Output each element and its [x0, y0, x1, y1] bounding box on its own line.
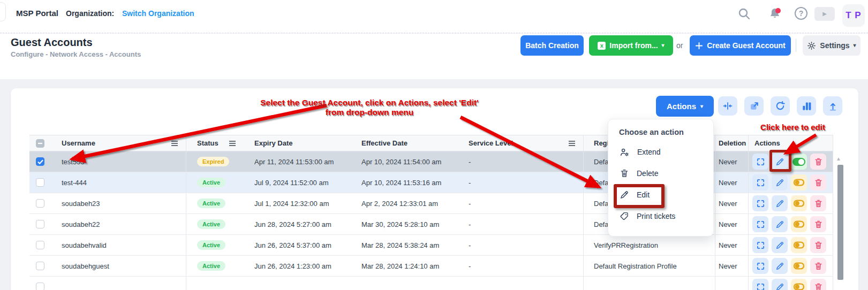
trash-icon — [814, 178, 823, 187]
delete-row-button[interactable] — [810, 195, 826, 211]
table-row[interactable] — [29, 277, 833, 290]
column-menu-icon[interactable] — [568, 140, 576, 147]
expand-row-button[interactable] — [752, 174, 768, 190]
open-external-button[interactable] — [744, 96, 764, 116]
breadcrumb: Configure - Network Access - Accounts — [11, 50, 141, 58]
search-icon[interactable] — [737, 7, 751, 21]
help-icon[interactable]: ? — [795, 7, 807, 20]
row-checkbox[interactable] — [36, 178, 44, 187]
page-title: Guest Accounts — [11, 36, 93, 49]
import-from-button[interactable]: x Import from... ▾ — [589, 35, 673, 56]
pencil-icon — [775, 262, 784, 271]
columns-button[interactable] — [797, 96, 816, 116]
col-deletion[interactable]: Deletion — [719, 139, 746, 147]
dropdown-item-edit[interactable]: Edit — [608, 184, 713, 205]
collapse-icon — [722, 101, 733, 111]
gear-icon — [807, 41, 816, 50]
caret-down-icon: ▾ — [700, 104, 703, 109]
notifications-bell-icon[interactable] — [768, 7, 782, 21]
toggle-row-button[interactable] — [791, 154, 807, 170]
select-all-checkbox[interactable] — [36, 139, 44, 148]
row-checkbox[interactable] — [36, 220, 44, 228]
toggle-row-button[interactable] — [791, 174, 807, 190]
row-checkbox[interactable] — [36, 283, 44, 290]
collapse-columns-button[interactable] — [718, 96, 737, 116]
user-avatar[interactable]: T P — [842, 4, 865, 27]
effective-date-cell: Apr 2, 2024 12:33:01 am — [356, 193, 463, 213]
item-icon — [620, 147, 630, 157]
col-username[interactable]: Username — [62, 139, 95, 147]
dropdown-item-extend[interactable]: Extend — [608, 141, 713, 163]
edit-row-button[interactable] — [772, 195, 788, 211]
deletion-cell: Never — [715, 193, 749, 213]
expand-row-button[interactable] — [752, 216, 768, 232]
or-text: or — [676, 35, 683, 56]
row-checkbox[interactable] — [36, 157, 44, 166]
toggle-amber-icon — [793, 199, 805, 208]
table-row[interactable]: soudabehguest Active Jun 26, 2024 1:23:0… — [29, 256, 833, 277]
item-icon — [620, 190, 629, 200]
row-checkbox[interactable] — [36, 262, 44, 270]
col-effective-date[interactable]: Effective Date — [361, 139, 407, 147]
expand-row-button[interactable] — [752, 195, 768, 211]
delete-row-button[interactable] — [810, 216, 826, 232]
dropdown-items: Extend Delete Edit Print tickets — [608, 141, 713, 227]
user-gear-icon — [620, 147, 630, 157]
column-menu-icon[interactable] — [229, 140, 236, 147]
toggle-row-button[interactable] — [791, 216, 807, 232]
edit-row-button[interactable] — [772, 154, 788, 170]
column-menu-icon[interactable] — [171, 140, 178, 147]
col-status[interactable]: Status — [197, 139, 218, 147]
service-level-cell: - — [463, 193, 584, 213]
dropdown-item-delete[interactable]: Delete — [608, 163, 713, 184]
indeterminate-mark — [37, 141, 43, 146]
expiry-date-cell: Jun 28, 2024 5:27:00 am — [244, 214, 356, 234]
row-actions-cell — [749, 151, 833, 172]
actions-dropdown-button[interactable]: Actions ▾ — [656, 96, 714, 117]
tag-icon — [620, 211, 629, 221]
delete-row-button[interactable] — [810, 154, 826, 170]
scrollbar-up-arrow[interactable]: ▲ — [836, 156, 841, 162]
status-badge: Expired — [197, 157, 229, 166]
expand-row-button[interactable] — [752, 258, 768, 274]
col-expiry-date[interactable]: Expiry Date — [254, 139, 293, 147]
settings-button[interactable]: Settings ▾ — [803, 35, 861, 56]
edit-row-button[interactable] — [772, 258, 788, 274]
scrollbar-thumb[interactable] — [837, 165, 843, 280]
delete-row-button[interactable] — [810, 258, 826, 274]
delete-row-button[interactable] — [810, 237, 826, 253]
delete-row-button[interactable] — [810, 279, 826, 290]
row-actions-cell — [749, 256, 833, 276]
edit-row-button[interactable] — [772, 174, 788, 190]
edit-row-button[interactable] — [772, 237, 788, 253]
row-checkbox[interactable] — [36, 199, 44, 208]
batch-creation-button[interactable]: Batch Creation — [520, 35, 584, 56]
switch-organization-link[interactable]: Switch Organization — [122, 9, 194, 18]
edit-row-button[interactable] — [772, 216, 788, 232]
export-button[interactable] — [823, 96, 842, 116]
delete-row-button[interactable] — [810, 174, 826, 190]
toggle-row-button[interactable] — [791, 237, 807, 253]
effective-date-cell: Apr 10, 2024 11:54:00 am — [356, 151, 463, 172]
video-tour-icon[interactable]: ▶ — [814, 7, 835, 21]
expand-row-button[interactable] — [752, 237, 768, 253]
expand-row-button[interactable] — [752, 154, 768, 170]
service-level-cell: - — [463, 151, 584, 172]
row-actions-cell — [749, 193, 833, 213]
create-guest-account-button[interactable]: Create Guest Account — [690, 35, 791, 56]
table-row[interactable]: soudabehvalid Active Jun 26, 2024 5:37:0… — [29, 235, 833, 256]
divider — [796, 39, 796, 52]
edit-row-button[interactable] — [772, 279, 788, 290]
excel-file-icon: x — [598, 42, 606, 50]
row-checkbox[interactable] — [36, 241, 44, 249]
expand-icon — [756, 283, 765, 290]
expand-icon — [756, 262, 765, 271]
dropdown-item-print-tickets[interactable]: Print tickets — [608, 205, 713, 227]
toggle-row-button[interactable] — [791, 258, 807, 274]
toggle-row-button[interactable] — [791, 195, 807, 211]
item-icon — [620, 211, 629, 221]
col-service-level[interactable]: Service Level — [469, 139, 513, 147]
toggle-row-button[interactable] — [791, 279, 807, 290]
refresh-button[interactable] — [771, 96, 790, 116]
expand-row-button[interactable] — [752, 279, 768, 290]
